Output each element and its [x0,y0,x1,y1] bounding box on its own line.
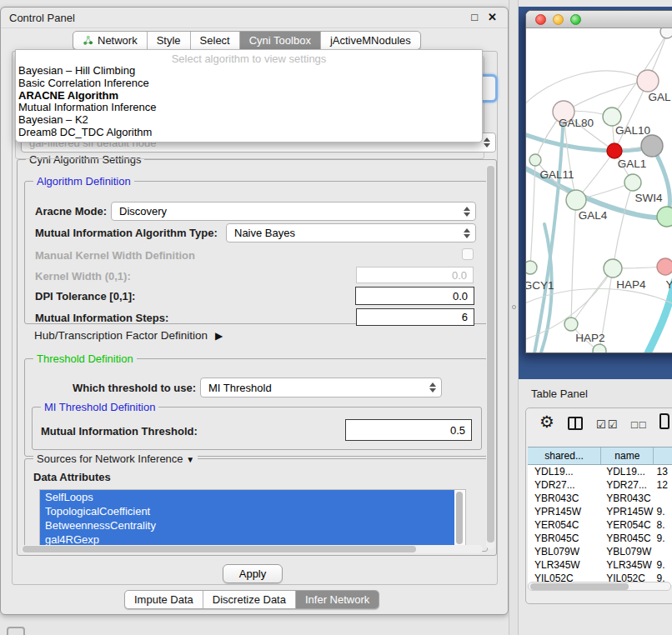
network-node-gal4[interactable] [566,190,586,210]
data-attribute-item[interactable]: TopologicalCoefficient [40,504,454,518]
table-row[interactable]: YBL079WYBL079W [528,545,672,558]
tab-cyni-toolbox[interactable]: Cyni Toolbox [240,32,321,49]
network-node-gal[interactable] [637,70,659,92]
corner-widget[interactable] [7,627,25,635]
network-node-swi4[interactable] [657,207,672,227]
panel-splitter[interactable] [509,0,519,635]
control-panel-titlebar[interactable]: Control Panel □ ✕ [1,8,508,28]
table-row[interactable]: YBR043CYBR043C [528,492,672,505]
data-attribute-item[interactable]: SelfLoops [40,490,454,504]
scrollbar-thumb[interactable] [530,583,629,590]
table-cell: YBR045C [601,532,654,545]
network-window-titlebar[interactable] [526,11,672,28]
list-scrollbar[interactable] [455,491,464,546]
minimize-traffic-light[interactable] [553,14,564,25]
table-cell: YLR345W [601,558,654,572]
clear-checkboxes-icon[interactable]: □□ [631,418,648,431]
close-traffic-light[interactable] [535,14,546,25]
aracne-mode-combo[interactable]: Discovery [111,202,476,221]
mi-threshold-field[interactable]: 0.5 [345,419,472,441]
column-header[interactable] [654,448,672,464]
mi-steps-field[interactable]: 6 [356,308,474,326]
algorithm-option[interactable]: Bayesian – Hill Climbing [16,65,482,78]
network-edge[interactable] [571,200,576,324]
algorithm-option[interactable]: Basic Correlation Inference [16,78,482,90]
table-cell: YPR145W [528,505,601,518]
network-edge[interactable] [644,281,672,352]
hub-definition-section[interactable]: Hub/Transcription Factor Definition ▶ [34,329,223,342]
mi-threshold-group-title: MI Threshold Definition [41,401,158,413]
bottom-tab-impute-data[interactable]: Impute Data [125,591,203,608]
table-row[interactable]: YDR27...YDR27...12 [528,478,672,492]
dpi-tolerance-field[interactable]: 0.0 [355,287,474,305]
bottom-tab-discretize-data[interactable]: Discretize Data [203,591,296,608]
tab-select[interactable]: Select [191,32,240,49]
scrollbar-thumb[interactable] [487,166,494,542]
settings-horizontal-scrollbar[interactable] [21,545,483,553]
scrollbar-thumb[interactable] [23,546,416,552]
kernel-width-field[interactable]: 0.0 [356,267,474,283]
apply-button[interactable]: Apply [223,564,283,583]
table-cell: 12 [654,478,672,492]
network-edge[interactable] [530,160,535,268]
splitter-handle[interactable] [512,305,516,309]
collapsed-arrow-icon[interactable]: ▶ [215,330,223,342]
table-cell: YBL079W [528,545,601,558]
document-icon[interactable] [659,413,669,429]
tab-style[interactable]: Style [148,32,191,49]
network-node[interactable] [660,28,672,38]
table-row[interactable]: YPR145WYPR145W9. [528,505,672,518]
mi-type-combo[interactable]: Naive Bayes [226,223,476,242]
algorithm-option[interactable]: Dream8 DC_TDC Algorithm [16,127,482,139]
table-row[interactable]: YER054CYER054C8. [528,518,672,532]
float-window-icon[interactable]: □ [471,11,478,23]
table-row[interactable]: YBR045CYBR045C9. [528,532,672,545]
network-node[interactable] [607,143,622,158]
tab-jactivemnodules[interactable]: jActiveMNodules [321,32,420,49]
data-attribute-item[interactable]: BetweennessCentrality [40,518,454,532]
columns-icon[interactable] [568,417,583,430]
algorithm-option[interactable]: Mutual Information Inference [16,102,482,114]
zoom-traffic-light[interactable] [570,14,581,25]
which-threshold-combo[interactable]: MI Threshold [200,378,442,398]
close-icon[interactable]: ✕ [488,11,497,23]
gear-icon[interactable]: ⚙ [539,412,554,432]
network-node-gal11[interactable] [529,154,541,166]
column-header[interactable]: name [601,448,654,464]
network-edge[interactable] [564,81,648,112]
network-node-hap2[interactable] [564,318,578,331]
tab-label: jActiveMNodules [330,34,411,47]
bottom-tab-infer-network[interactable]: Infer Network [296,591,379,608]
table-horizontal-scrollbar[interactable] [528,582,671,591]
scrollbar-thumb[interactable] [456,492,463,544]
network-node-y[interactable] [657,258,672,275]
network-node-gcy1[interactable] [526,261,537,274]
table-row[interactable]: YDL19...YDL19...13 [528,465,672,478]
table-body: YDL19...YDL19...13YDR27...YDR27...12YBR0… [528,465,672,585]
network-canvas[interactable]: GALGAL80GAL10GAL1GAL11SWI4GAL4GCY1HAP4YH… [526,28,672,352]
table-panel-body: ⚙ ☑☑ □□ shared...name YDL19...YDL19...13… [525,408,672,604]
network-edge[interactable] [613,182,633,268]
network-node-gal1[interactable] [624,174,641,191]
manual-kernel-checkbox[interactable] [462,248,474,260]
data-attributes-list[interactable]: SelfLoopsTopologicalCoefficientBetweenne… [39,489,466,548]
algorithm-option[interactable]: Bayesian – K2 [16,114,482,127]
dropdown-items: Bayesian – Hill ClimbingBasic Correlatio… [16,65,482,139]
select-all-checkboxes-icon[interactable]: ☑☑ [596,418,619,431]
dpi-tolerance-label: DPI Tolerance [0,1]: [35,290,135,302]
cyni-algorithm-settings-group: Cyni Algorithm Settings Algorithm Defini… [17,159,497,556]
node-label-y: Y [665,278,672,291]
node-label-hap4: HAP4 [616,278,646,291]
network-node-gal10[interactable] [603,108,621,126]
network-node[interactable] [641,135,663,157]
expanded-arrow-icon[interactable]: ▼ [186,455,194,464]
network-edge[interactable] [526,71,648,108]
table-row[interactable]: YLR345WYLR345W9. [528,558,672,572]
network-node[interactable] [593,344,606,352]
algorithm-option[interactable]: ARACNE Algorithm [16,90,482,102]
node-label-hap2: HAP2 [575,332,604,344]
settings-vertical-scrollbar[interactable] [486,164,495,549]
network-node-hap4[interactable] [604,259,622,278]
tab-network[interactable]: Network [73,32,148,49]
column-header[interactable]: shared... [528,448,601,464]
